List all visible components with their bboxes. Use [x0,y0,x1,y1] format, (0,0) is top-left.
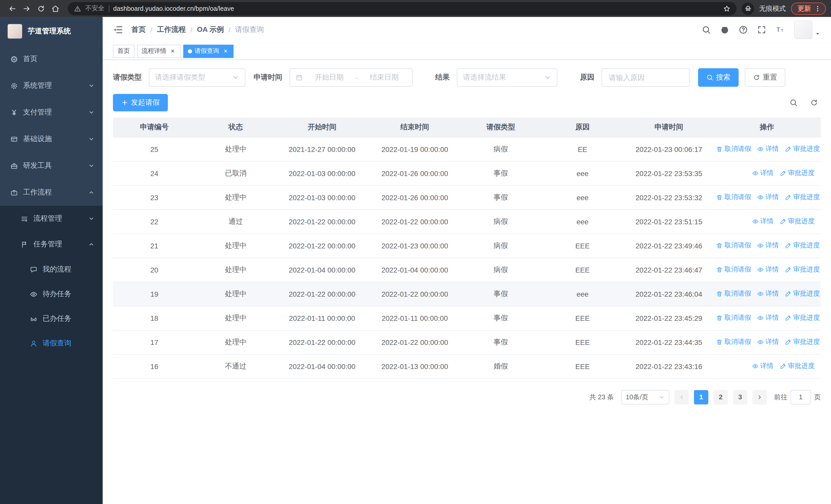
detail-action[interactable]: 详情 [757,289,779,298]
detail-action[interactable]: 详情 [757,193,779,202]
cell-apply-time: 2022-01-23 00:06:17 [625,137,713,161]
eye-icon [752,218,758,225]
progress-action[interactable]: 审批进度 [780,217,814,226]
detail-action[interactable]: 详情 [757,265,779,274]
progress-action[interactable]: 审批进度 [785,313,820,323]
back-icon[interactable] [5,1,20,16]
cell-operations: 取消请假 详情 审批进度 [713,137,821,161]
prev-page-button[interactable] [675,390,689,404]
trash-icon [716,291,723,297]
cell-apply-id: 19 [113,282,196,306]
detail-action[interactable]: 详情 [752,217,774,226]
reset-button[interactable]: 重置 [745,68,785,87]
create-leave-button[interactable]: 发起请假 [113,94,168,111]
tab-close-icon[interactable] [169,48,176,55]
table-header-row: 申请编号状态开始时间结束时间请假类型原因申请时间操作 [113,118,821,137]
next-page-button[interactable] [752,390,767,404]
more-vert-icon[interactable] [814,5,821,12]
avatar[interactable] [794,21,812,39]
sidebar-item-system[interactable]: 系统管理 [0,72,103,99]
reason-label: 原因 [566,73,594,82]
breadcrumb-item[interactable]: OA 示例 [197,25,224,34]
cell-reason: eee [541,209,625,234]
sidebar-item-home[interactable]: 首页 [0,46,103,72]
cell-leave-type: 事假 [461,306,541,330]
tab[interactable]: 首页 [113,45,135,58]
page-button-3[interactable]: 3 [733,390,747,404]
cancel-action[interactable]: 取消请假 [716,337,751,347]
column-header: 开始时间 [276,118,368,137]
leave-type-select[interactable]: 请选择请假类型 [149,68,245,87]
goto-page-input[interactable] [791,390,811,404]
cell-reason: EE [541,137,625,161]
progress-action[interactable]: 审批进度 [785,337,820,347]
pagination: 共 23 条 10条/页 123 前往 页 [113,390,821,404]
detail-action[interactable]: 详情 [752,362,774,371]
bookmark-star-icon[interactable] [723,5,730,12]
cancel-action[interactable]: 取消请假 [716,193,751,202]
home-icon[interactable] [48,1,63,16]
progress-action[interactable]: 审批进度 [785,241,820,250]
cancel-action[interactable]: 取消请假 [716,289,751,298]
detail-action[interactable]: 详情 [757,337,779,347]
detail-action[interactable]: 详情 [757,145,779,154]
apply-time-range-picker[interactable]: 开始日期 - 结束日期 [289,68,413,87]
sidebar-item-workflow[interactable]: 工作流程 [0,179,103,206]
progress-action[interactable]: 审批进度 [785,265,820,274]
forward-icon[interactable] [20,1,34,16]
sidebar-item-devtools[interactable]: 研发工具 [0,152,103,179]
detail-action[interactable]: 详情 [757,313,779,323]
cancel-action[interactable]: 取消请假 [716,313,751,323]
progress-action[interactable]: 审批进度 [780,169,814,178]
table-toolbar: 发起请假 [113,94,821,111]
cancel-action[interactable]: 取消请假 [716,265,751,274]
github-icon[interactable] [720,25,729,34]
sidebar-toggle-icon[interactable] [113,25,123,35]
search-icon[interactable] [701,25,711,34]
update-menu-button[interactable]: 更新 [791,2,826,14]
sidebar-item-done-task[interactable]: 已办任务 [0,306,103,331]
page-size-select[interactable]: 10条/页 [621,390,669,404]
reload-icon[interactable] [34,1,48,16]
user-menu[interactable] [794,21,821,39]
table-refresh-icon[interactable] [807,96,821,109]
detail-action[interactable]: 详情 [757,241,779,250]
fullscreen-icon[interactable] [757,25,766,34]
cell-start-time: 2022-01-03 00:00:00 [276,161,368,185]
cancel-action[interactable]: 取消请假 [716,241,751,250]
detail-action[interactable]: 详情 [752,169,774,178]
result-select[interactable]: 请选择流结果 [457,68,557,87]
tab[interactable]: 请假查询 [183,45,233,58]
progress-action[interactable]: 审批进度 [785,193,820,202]
edit-icon [780,363,786,369]
sidebar-item-process-mgmt[interactable]: 流程管理 [0,206,103,232]
breadcrumb-item[interactable]: 工作流程 [157,25,186,34]
address-bar[interactable]: 不安全 dashboard.yudao.iocoder.cn/bpm/oa/le… [68,2,737,15]
breadcrumb-item[interactable]: 首页 [132,25,146,34]
progress-action[interactable]: 审批进度 [785,289,820,298]
cell-end-time: 2022-01-04 00:00:00 [369,258,461,282]
reason-input[interactable] [608,73,684,82]
table-search-toggle-icon[interactable] [787,96,800,109]
search-button[interactable]: 搜索 [698,68,739,87]
eye-icon [757,339,764,346]
tab-close-icon[interactable] [222,48,229,55]
font-size-icon[interactable]: TT [776,25,785,34]
progress-action[interactable]: 审批进度 [780,362,814,371]
sidebar-item-payment[interactable]: 支付管理 [0,99,103,126]
page-button-1[interactable]: 1 [694,390,708,404]
eye-icon [30,290,37,298]
range-separator: - [355,73,358,82]
sidebar-item-todo-task[interactable]: 待办任务 [0,282,103,306]
page-button-2[interactable]: 2 [713,390,728,404]
sidebar-item-task-mgmt[interactable]: 任务管理 [0,232,103,257]
sidebar-item-leave-query[interactable]: 请假查询 [0,331,103,356]
cancel-action[interactable]: 取消请假 [716,145,751,154]
tools-icon [10,162,18,170]
progress-action[interactable]: 审批进度 [785,145,820,154]
tab[interactable]: 流程详情 [137,45,181,58]
sidebar-item-infra[interactable]: 基础设施 [0,126,103,152]
cell-apply-time: 2022-01-22 23:46:04 [625,282,713,306]
help-icon[interactable] [739,25,748,34]
sidebar-item-my-process[interactable]: 我的流程 [0,257,103,282]
